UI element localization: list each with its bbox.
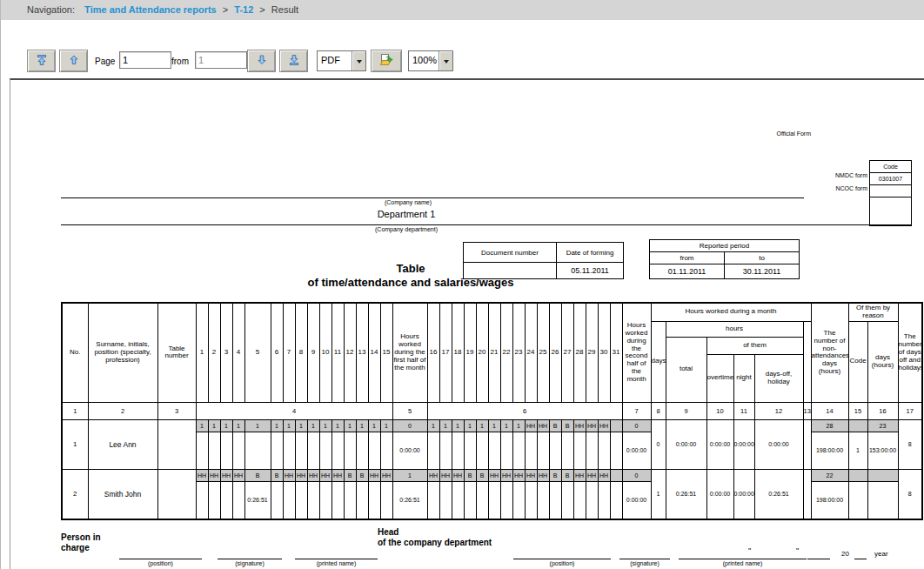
day-cell: HH: [598, 469, 610, 519]
first-page-button[interactable]: [27, 50, 56, 72]
day-cell: B0:26:51: [244, 469, 271, 519]
form-code-table: Code 0301007: [869, 160, 912, 226]
col-header-day: 6: [271, 303, 283, 402]
day-cell: 1: [500, 419, 512, 469]
format-select[interactable]: PDF: [317, 50, 366, 71]
previous-page-arrow-icon: [67, 53, 81, 70]
day-value: [538, 432, 549, 469]
day-code: HH: [538, 470, 549, 482]
next-page-button[interactable]: [247, 50, 276, 72]
day-code: [868, 470, 898, 482]
nav-separator: >: [223, 4, 228, 15]
second-half-cell: 00:00:00: [622, 469, 651, 519]
table-row: 2Smith JohnHHHHHHHHB0:26:51BHHHHHHHHHHBB…: [62, 469, 922, 519]
day-cell: B: [356, 469, 368, 519]
nav-link-time-attendance-reports[interactable]: Time and Attendance reports: [84, 4, 217, 15]
day-code: B: [357, 470, 368, 482]
day-value: [586, 482, 598, 519]
day-value: [489, 432, 500, 469]
day-code: B: [550, 420, 561, 432]
non-attendance-cell: 22198:00:00: [811, 469, 848, 519]
day-value: [513, 432, 525, 469]
page-input[interactable]: [119, 51, 171, 69]
day-value: 198:00:00: [812, 432, 848, 469]
day-cell: HH: [283, 469, 295, 519]
signature-line: [513, 559, 611, 559]
day-value: [221, 482, 232, 519]
col-number: 6: [427, 402, 622, 419]
day-value: 0:00:00: [623, 482, 651, 519]
day-cell: B: [549, 469, 561, 519]
day-code: HH: [526, 470, 537, 482]
col-header-day: 24: [525, 303, 537, 402]
date-blank-line: [807, 559, 830, 559]
app-window: Navigation: Time and Attendance reports …: [0, 0, 924, 569]
table-row: No.Surname, initials, position (specialt…: [62, 303, 922, 321]
day-cell: B: [464, 469, 476, 519]
day-code: 1: [197, 420, 208, 432]
day-code: HH: [440, 470, 452, 482]
col-header-day: 7: [283, 303, 295, 402]
day-code: HH: [586, 420, 598, 432]
day-code: 1: [245, 420, 271, 432]
col-header-second-half: Hours worked during the second half of t…: [622, 303, 651, 402]
day-cell: B: [344, 469, 356, 519]
day-cell: 1: [380, 419, 392, 469]
company-name-line: [61, 197, 804, 198]
page-count-input[interactable]: [195, 51, 247, 69]
col-header-day: 1: [196, 303, 208, 402]
days-off-holidays-cell: 8: [898, 469, 922, 519]
signature-caption: (signature): [619, 560, 670, 566]
day-code: 1: [477, 420, 488, 432]
days-off-holiday-cell: 0:00:00: [754, 419, 803, 469]
day-value: [562, 432, 573, 469]
last-page-button[interactable]: [279, 50, 308, 72]
row-no: 2: [62, 469, 88, 519]
attendance-table: No.Surname, initials, position (specialt…: [61, 302, 923, 520]
day-code: 0: [393, 420, 427, 432]
day-value: [308, 432, 319, 469]
dropdown-button[interactable]: [352, 51, 365, 70]
export-button[interactable]: [371, 50, 402, 72]
nav-link-t12[interactable]: T-12: [234, 4, 253, 15]
day-cell: 1: [488, 419, 500, 469]
day-value: [221, 432, 232, 469]
day-code: 1: [296, 420, 307, 432]
day-cell: 1: [208, 419, 220, 469]
previous-page-button[interactable]: [59, 50, 88, 72]
nmdc-code-value: 0301007: [870, 173, 912, 185]
col-header-13: [803, 321, 811, 402]
day-cell: HH: [232, 469, 244, 519]
col-header-days-off-holidays: The number of days off and holidays: [898, 303, 922, 402]
night-cell: 0:00:00: [733, 419, 754, 469]
day-value: [271, 432, 283, 469]
overtime-cell: 0:00:00: [706, 419, 733, 469]
day-value: [501, 432, 512, 469]
year-label: year: [874, 550, 888, 558]
day-code: [849, 420, 867, 432]
day-code: HH: [381, 470, 392, 482]
col-header-day: 3: [220, 303, 232, 402]
day-cell: HH: [439, 469, 452, 519]
day-cell: 1: [439, 419, 452, 469]
row-no: 1: [62, 419, 88, 469]
day-cell: HH: [295, 469, 307, 519]
zoom-select[interactable]: 100%: [408, 50, 453, 71]
col-header-no: No.: [62, 303, 88, 402]
day-value: [357, 482, 368, 519]
navigation-bar: Navigation: Time and Attendance reports …: [1, 0, 924, 20]
day-value: [849, 482, 867, 519]
dropdown-button[interactable]: [439, 51, 452, 70]
day-cell: 1: [271, 419, 283, 469]
from-label: from: [171, 57, 189, 66]
day-cell: 1: [464, 419, 476, 469]
day-cell: 1: [452, 419, 464, 469]
day-cell: 1: [512, 419, 525, 469]
day-value: [332, 432, 344, 469]
day-value: [452, 482, 464, 519]
day-cell: HH: [500, 469, 512, 519]
signature-line: [218, 559, 282, 559]
day-code: 1: [332, 420, 344, 432]
day-cell: 1: [220, 419, 232, 469]
day-value: [428, 432, 439, 469]
